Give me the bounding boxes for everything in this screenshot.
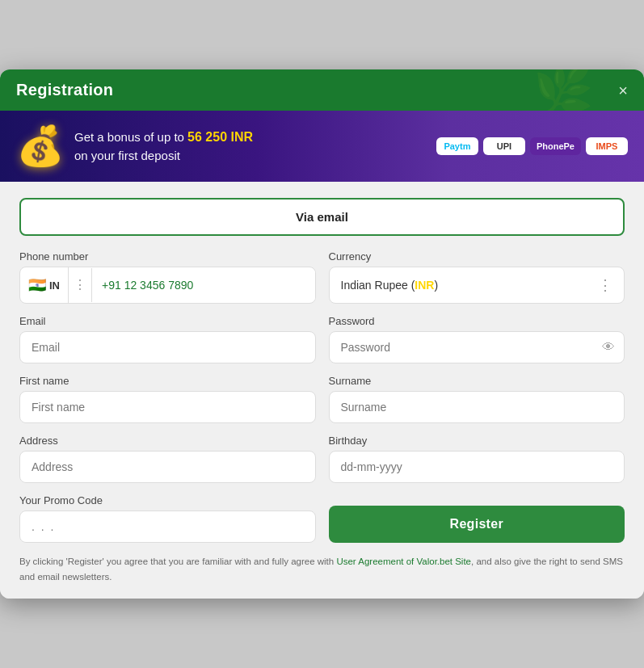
banner-amount: 56 250 INR	[187, 130, 253, 144]
password-input-wrapper: 👁	[329, 331, 625, 363]
paytm-badge: Paytm	[436, 137, 478, 155]
registration-modal: Registration 🌿 × 💰 Get a bonus of up to …	[0, 69, 644, 599]
address-group: Address	[19, 435, 316, 483]
email-input[interactable]	[19, 331, 316, 363]
flag-emoji: 🇮🇳	[28, 276, 46, 294]
currency-text: Indian Rupee (INR)	[341, 279, 439, 292]
phone-input-group: 🇮🇳 IN ⋮	[19, 267, 316, 304]
birthday-label: Birthday	[329, 435, 625, 447]
password-group-container: Password 👁	[329, 315, 625, 363]
banner-text-line1: Get a bonus of up to	[74, 130, 184, 144]
footer-text: By clicking 'Register' you agree that yo…	[19, 554, 625, 584]
currency-group: Currency Indian Rupee (INR) ⋮	[329, 250, 625, 304]
surname-group: Surname	[329, 375, 625, 423]
currency-inr-text: INR	[415, 279, 434, 292]
email-label: Email	[19, 315, 316, 327]
imps-badge: IMPS	[586, 137, 628, 155]
tab-bar: Via email	[19, 198, 625, 236]
register-button[interactable]: Register	[329, 506, 625, 543]
birthday-input[interactable]	[329, 451, 625, 483]
payment-methods: Paytm UPI PhonePe IMPS	[436, 137, 628, 155]
firstname-surname-row: First name Surname	[19, 375, 625, 423]
header-bg-decoration: 🌿	[515, 69, 612, 111]
phone-options-icon[interactable]: ⋮	[69, 268, 92, 302]
modal-body: Via email Phone number 🇮🇳 IN ⋮ Currency	[0, 182, 644, 599]
firstname-label: First name	[19, 375, 316, 387]
phone-flag-selector[interactable]: 🇮🇳 IN	[20, 267, 69, 303]
phone-currency-row: Phone number 🇮🇳 IN ⋮ Currency Indian Rup…	[19, 250, 625, 304]
currency-selector[interactable]: Indian Rupee (INR) ⋮	[329, 267, 625, 304]
modal-header: Registration 🌿 ×	[0, 69, 644, 111]
firstname-group: First name	[19, 375, 316, 423]
banner-text: Get a bonus of up to 56 250 INR on your …	[74, 128, 253, 166]
tab-via-email[interactable]: Via email	[19, 198, 625, 236]
birthday-group: Birthday	[329, 435, 625, 483]
email-password-row: Email Password 👁	[19, 315, 625, 363]
modal-title: Registration	[16, 81, 113, 99]
promo-label: Your Promo Code	[19, 494, 316, 506]
address-input[interactable]	[19, 451, 316, 483]
promo-input[interactable]	[19, 510, 316, 543]
currency-label: Currency	[329, 250, 625, 263]
currency-text-prefix: Indian Rupee (	[341, 279, 415, 292]
firstname-input[interactable]	[19, 391, 316, 423]
surname-input[interactable]	[329, 391, 625, 423]
banner-text-line2: on your first deposit	[74, 149, 180, 162]
phone-group: Phone number 🇮🇳 IN ⋮	[19, 250, 316, 304]
treasure-icon: 💰	[16, 124, 65, 169]
user-agreement-link[interactable]: User Agreement of Valor.bet Site	[336, 557, 471, 566]
phone-country-code: IN	[49, 279, 60, 292]
promo-register-row: Your Promo Code Register	[19, 494, 625, 543]
currency-options-icon[interactable]: ⋮	[598, 276, 612, 294]
promo-group: Your Promo Code	[19, 494, 316, 543]
upi-badge: UPI	[483, 137, 525, 155]
address-birthday-row: Address Birthday	[19, 435, 625, 483]
phone-number-input[interactable]	[92, 270, 315, 300]
phone-label: Phone number	[19, 250, 316, 263]
banner-left: 💰 Get a bonus of up to 56 250 INR on you…	[16, 124, 253, 169]
currency-text-suffix: )	[434, 279, 438, 292]
surname-label: Surname	[329, 375, 625, 387]
password-label: Password	[329, 315, 625, 327]
email-group: Email	[19, 315, 316, 363]
address-label: Address	[19, 435, 316, 447]
close-button[interactable]: ×	[618, 82, 628, 99]
phonepe-badge: PhonePe	[530, 137, 581, 155]
password-visibility-toggle[interactable]: 👁	[602, 340, 615, 355]
footer-text-before: By clicking 'Register' you agree that yo…	[19, 557, 336, 566]
promo-banner: 💰 Get a bonus of up to 56 250 INR on you…	[0, 111, 644, 182]
password-input[interactable]	[329, 331, 625, 363]
